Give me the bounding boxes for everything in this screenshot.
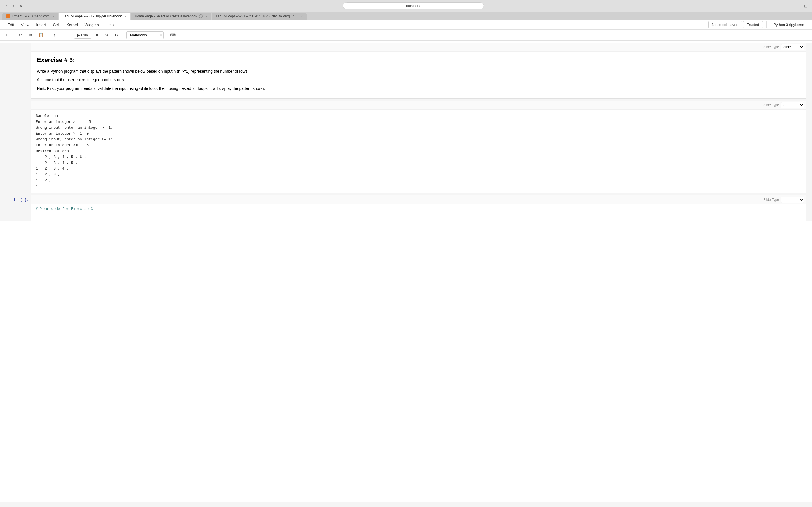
browser-tabs: Expert Q&A | Chegg.com × Lab07-Loops-2-2… xyxy=(0,11,812,20)
back-button[interactable]: ‹ xyxy=(3,3,9,9)
run-icon: ▶ xyxy=(77,33,80,37)
cell-1-markdown: Exercise # 3: Write a Python program tha… xyxy=(31,52,806,99)
menu-insert[interactable]: Insert xyxy=(33,21,49,28)
copy-cell-button[interactable]: ⧉ xyxy=(26,31,35,39)
notebook-saved-button[interactable]: Notebook saved xyxy=(708,21,742,28)
exercise-title: Exercise # 3: xyxy=(37,56,801,64)
toolbar-divider-4 xyxy=(124,32,124,38)
cell-2-slide-bar: Slide Type - Slide Fragment Sub-Slide Sk… xyxy=(31,101,806,110)
cell-1-slide-label: Slide Type xyxy=(763,45,779,49)
tab-lab07-2[interactable]: Lab07-Loops-2-231 – 231-ICS-104 (Intro. … xyxy=(212,13,307,20)
jupyter-toolbar: + ✂ ⧉ 📋 ↑ ↓ ▶ Run ■ ↺ ⏭ Markdown Code Ra… xyxy=(0,30,812,41)
tab-home[interactable]: Home Page - Select or create a notebook … xyxy=(131,13,211,20)
cell-3-prompt: In [ ]: xyxy=(6,195,31,221)
cell-3-row: In [ ]: Slide Type - Slide Fragment Sub-… xyxy=(6,195,806,221)
menu-edit[interactable]: Edit xyxy=(4,21,17,28)
tab-lab07-close[interactable]: × xyxy=(124,15,126,18)
menubar-divider xyxy=(766,21,767,28)
paste-cell-button[interactable]: 📋 xyxy=(36,31,45,39)
cell-3-prompt-label: In [ ]: xyxy=(13,198,29,202)
toolbar-divider-3 xyxy=(71,32,72,38)
cell-1-row: Slide Type Slide - Fragment Sub-Slide Sk… xyxy=(6,43,806,99)
tab-chegg[interactable]: Expert Q&A | Chegg.com × xyxy=(2,13,58,20)
reload-button[interactable]: ↻ xyxy=(18,3,24,9)
cell-1-slide-bar: Slide Type Slide - Fragment Sub-Slide Sk… xyxy=(31,43,806,52)
menu-view[interactable]: View xyxy=(18,21,32,28)
tab-lab07-label: Lab07-Loops-2-231 - Jupyter Notebook xyxy=(63,14,121,18)
exercise-hint: Hint: First, your program needs to valid… xyxy=(37,86,801,92)
tab-chegg-label: Expert Q&A | Chegg.com xyxy=(12,14,50,18)
tab-home-label: Home Page - Select or create a notebook xyxy=(135,14,197,18)
cut-cell-button[interactable]: ✂ xyxy=(16,31,25,39)
extensions-button[interactable]: ⊞ xyxy=(803,3,809,9)
browser-controls: ‹ › ↻ xyxy=(3,3,24,9)
run-label: Run xyxy=(81,33,88,37)
cell-2-body: Slide Type - Slide Fragment Sub-Slide Sk… xyxy=(31,101,806,193)
cell-3-body: Slide Type - Slide Fragment Sub-Slide Sk… xyxy=(31,195,806,221)
cell-2-row: Slide Type - Slide Fragment Sub-Slide Sk… xyxy=(6,101,806,193)
keyboard-shortcuts-button[interactable]: ⌨ xyxy=(168,31,177,39)
tab-home-close[interactable]: × xyxy=(206,15,207,18)
sample-run-content: Sample run: Enter an integer >= 1: -5 Wr… xyxy=(31,110,806,193)
menu-widgets[interactable]: Widgets xyxy=(82,21,102,28)
tab-lab07[interactable]: Lab07-Loops-2-231 - Jupyter Notebook × xyxy=(59,13,130,20)
tab-lab07-2-label: Lab07-Loops-2-231 – 231-ICS-104 (Intro. … xyxy=(216,14,298,18)
cell-1-slide-select[interactable]: Slide - Fragment Sub-Slide Skip Notes xyxy=(781,44,804,50)
jupyter-app: Edit View Insert Cell Kernel Widgets Hel… xyxy=(0,20,812,502)
cell-2-container: Slide Type - Slide Fragment Sub-Slide Sk… xyxy=(6,101,806,193)
notebook-content: Slide Type Slide - Fragment Sub-Slide Sk… xyxy=(0,43,812,221)
cell-2-slide-select[interactable]: - Slide Fragment Sub-Slide Skip Notes xyxy=(781,102,804,108)
cell-1-container: Slide Type Slide - Fragment Sub-Slide Sk… xyxy=(6,43,806,99)
jupyter-menubar: Edit View Insert Cell Kernel Widgets Hel… xyxy=(0,20,812,30)
address-bar[interactable]: localhost xyxy=(343,2,484,9)
restart-button[interactable]: ↺ xyxy=(102,31,111,39)
cell-3-slide-bar: Slide Type - Slide Fragment Sub-Slide Sk… xyxy=(31,195,806,204)
cell-3-slide-select[interactable]: - Slide Fragment Sub-Slide Skip Notes xyxy=(781,196,804,203)
forward-button[interactable]: › xyxy=(11,3,16,9)
run-button[interactable]: ▶ Run xyxy=(74,32,91,39)
cell-2-content: Sample run: Enter an integer >= 1: -5 Wr… xyxy=(31,110,806,193)
cell-2-slide-label: Slide Type xyxy=(763,103,779,107)
cell-1-prompt xyxy=(6,43,31,99)
chegg-tab-icon xyxy=(6,14,10,18)
kernel-info: Python 3 (ipykerne xyxy=(770,21,808,28)
exercise-desc-1: Write a Python program that displays the… xyxy=(37,68,801,74)
code-comment: # Your code for Exercise 3 xyxy=(36,207,93,211)
move-down-button[interactable]: ↓ xyxy=(60,31,69,39)
trusted-button[interactable]: Trusted xyxy=(743,21,763,28)
home-loading-icon xyxy=(199,14,203,18)
toolbar-divider-2 xyxy=(48,32,48,38)
browser-toolbar: ‹ › ↻ localhost ⊞ xyxy=(0,0,812,11)
address-text: localhost xyxy=(406,4,420,8)
browser-chrome: ‹ › ↻ localhost ⊞ Expert Q&A | Chegg.com… xyxy=(0,0,812,20)
cell-2-prompt xyxy=(6,101,31,193)
exercise-desc-2: Assume that the user enters integer numb… xyxy=(37,76,801,83)
browser-action-buttons: ⊞ xyxy=(803,3,809,9)
move-up-button[interactable]: ↑ xyxy=(50,31,59,39)
cell-type-select[interactable]: Markdown Code Raw NBConvert xyxy=(126,31,163,39)
add-cell-button[interactable]: + xyxy=(2,31,11,39)
cell-1-body: Slide Type Slide - Fragment Sub-Slide Sk… xyxy=(31,43,806,99)
toolbar-divider-5 xyxy=(166,32,166,38)
cell-3-content[interactable]: # Your code for Exercise 3 xyxy=(31,204,806,221)
tab-lab07-2-close[interactable]: × xyxy=(301,15,303,18)
toolbar-divider-1 xyxy=(13,32,14,38)
cell-3-slide-label: Slide Type xyxy=(763,198,779,202)
tab-chegg-close[interactable]: × xyxy=(52,15,54,18)
menu-kernel[interactable]: Kernel xyxy=(63,21,80,28)
restart-run-all-button[interactable]: ⏭ xyxy=(112,31,121,39)
interrupt-button[interactable]: ■ xyxy=(92,31,101,39)
cell-3-code: # Your code for Exercise 3 xyxy=(31,205,806,213)
menu-cell[interactable]: Cell xyxy=(50,21,62,28)
menu-help[interactable]: Help xyxy=(103,21,116,28)
cell-3-container: In [ ]: Slide Type - Slide Fragment Sub-… xyxy=(6,195,806,221)
